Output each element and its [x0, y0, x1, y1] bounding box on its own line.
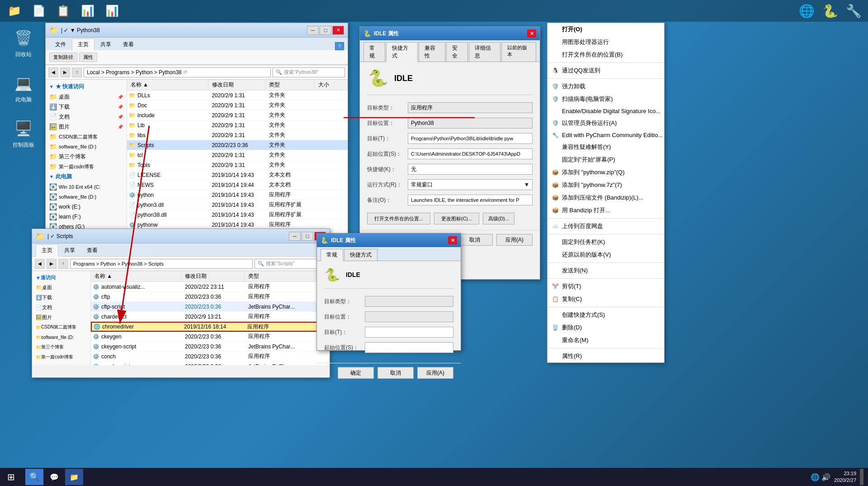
ctx-delete[interactable]: 🗑️ 删除(D) [547, 321, 664, 334]
ctx-compat[interactable]: 兼容性疑难解答(Y) [547, 141, 664, 153]
ctx-add-7z[interactable]: 📦 添加到 "pythonw.7z"(7) [547, 179, 664, 191]
file-row-python[interactable]: ⚙️python 2019/10/14 19:43 应用程序 [127, 190, 348, 200]
col-name[interactable]: 名称 ▲ [127, 80, 208, 90]
python38-titlebar[interactable]: 📁 | ✓ ▼ Python38 ─ □ ✕ [46, 23, 348, 38]
refresh-icon[interactable]: ⟳ [184, 70, 187, 75]
scripts-col-date[interactable]: 修改日期 [181, 271, 245, 281]
file-row-libs[interactable]: 📁libs 2020/2/9 1:31 文件夹 [127, 130, 348, 140]
desktop-icon-recycle[interactable]: 🗑️ 回收站 [5, 27, 42, 58]
ctx-admin-run[interactable]: 🛡️ 以管理员身份运行(A) [547, 117, 664, 129]
tab-home[interactable]: 主页 [72, 38, 94, 51]
ribbon-properties-btn[interactable]: 属性 [79, 52, 97, 62]
file-row-chromedriver[interactable]: 🌐chromedriver 2019/12/16 18:14 应用程序 [91, 322, 330, 332]
idle-hotkey-value[interactable]: 无 [408, 164, 533, 175]
file-row-python3dll[interactable]: 📄python3.dll 2019/10/14 19:43 应用程序扩展 [127, 200, 348, 210]
sidebar-software[interactable]: 📁 software_file (D:) [46, 142, 127, 152]
idle-apply-btn[interactable]: 应用(A) [496, 234, 533, 246]
idle-small-close[interactable]: ✕ [448, 236, 457, 244]
sidebar-download[interactable]: ⬇️ 下载 📌 [46, 102, 127, 112]
scripts-sidebar-sfw[interactable]: 📁 software_file (D: [32, 332, 90, 342]
scripts-titlebar[interactable]: 📁 | ✓ Scripts ─ □ ✕ [32, 229, 330, 243]
idle-advanced-btn[interactable]: 高级(D)... [483, 213, 514, 224]
scripts-path[interactable]: Programs > Python > Python38 > Scripts [70, 259, 253, 269]
file-row-python38dll[interactable]: 📄python38.dll 2019/10/14 19:43 应用程序扩展 [127, 210, 348, 220]
col-type[interactable]: 类型 [265, 80, 315, 90]
idle-small-tab-shortcut[interactable]: 快捷方式 [344, 249, 377, 261]
scripts-forward[interactable]: ▶ [47, 259, 57, 269]
taskbar-icon-folder[interactable]: 📁 [5, 1, 24, 21]
ctx-open[interactable]: 打开(O) [547, 23, 664, 36]
file-row-cftp-script[interactable]: ⚙️cftp-script 2020/2/23 0:36 JetBrains P… [91, 302, 330, 312]
scripts-sidebar-download[interactable]: ⬇️ 下载 [32, 292, 90, 302]
file-row-tools[interactable]: 📁Tools 2020/2/9 1:31 文件夹 [127, 160, 348, 170]
taskbar-icon-tool[interactable]: 🔧 [844, 1, 863, 21]
ctx-properties[interactable]: 属性(R) [547, 350, 664, 362]
taskbar-icon-excel2[interactable]: 📊 [102, 1, 122, 21]
ctx-copy[interactable]: 📋 复制(C) [547, 293, 664, 305]
file-row-doc[interactable]: 📁Doc 2020/2/9 1:31 文件夹 [127, 100, 348, 110]
file-row-cftp[interactable]: ⚙️cftp 2020/2/23 0:36 应用程序 [91, 292, 330, 302]
col-size[interactable]: 大小 [315, 80, 348, 90]
ctx-virus-scan[interactable]: 🛡️ 扫描病毒(电脑管家) [547, 93, 664, 105]
taskbar-icon-python[interactable]: 🐍 [820, 1, 840, 21]
idle-change-icon-btn[interactable]: 更改图标(C)... [434, 213, 479, 224]
desktop-icon-control[interactable]: 🖥️ 控制面板 [5, 118, 42, 149]
taskbar-icon-excel1[interactable]: 📊 [78, 1, 98, 21]
file-row-ckeygen[interactable]: ⚙️ckeygen 2020/2/23 0:36 应用程序 [91, 332, 330, 342]
scripts-search[interactable]: 🔍 搜索"Scripts" [255, 259, 327, 269]
idle-dialog-close[interactable]: ✕ [527, 29, 536, 38]
col-date[interactable]: 修改日期 [208, 80, 265, 90]
taskbar-icon-doc[interactable]: 📄 [29, 1, 49, 21]
idle-startloc-value[interactable]: C:\Users\Administrator.DESKTOP-6J54743\A… [408, 148, 533, 159]
ctx-open-bandizip[interactable]: 📦 用 Bandizip 打开... [547, 204, 664, 217]
idle-comment-value[interactable]: Launches IDLE, the interactive environme… [408, 195, 533, 205]
idle-cancel-btn[interactable]: 取消 [457, 234, 493, 246]
ctx-rename[interactable]: 重命名(M) [547, 334, 664, 347]
idle-runmode-arrow[interactable]: ▼ [524, 181, 529, 188]
search-box[interactable]: 🔍 搜索"Python38" [273, 67, 345, 77]
idle-small-tab-general[interactable]: 常规 [321, 249, 343, 261]
sidebar-csdn2[interactable]: 📁 CSDN第二篇博客 [46, 132, 127, 142]
ctx-create-shortcut[interactable]: 创建快捷方式(S) [547, 309, 664, 321]
maximize-button[interactable]: □ [320, 26, 331, 35]
scripts-back[interactable]: ◀ [35, 259, 45, 269]
tab-share[interactable]: 共享 [94, 38, 117, 50]
scripts-tab-home[interactable]: 主页 [36, 244, 58, 257]
scripts-col-name[interactable]: 名称 ▲ [91, 271, 181, 281]
scripts-minimize[interactable]: ─ [289, 232, 301, 241]
taskbar-search[interactable]: 🔍 [25, 469, 43, 485]
scripts-sidebar-blog3[interactable]: 📁 第三个博客 [32, 342, 90, 352]
python38-controls[interactable]: ─ □ ✕ [307, 26, 344, 35]
tab-file[interactable]: 文件 [49, 38, 72, 50]
tab-view[interactable]: 查看 [117, 38, 140, 50]
idle-runmode-value[interactable]: 常规窗口 ▼ [408, 179, 533, 190]
scripts-col-type[interactable]: 类型 [245, 271, 317, 281]
scripts-quickaccess[interactable]: ▼ 速访问 [32, 273, 90, 282]
file-row-chardetect[interactable]: ⚙️chardetect 2020/2/9 13:21 应用程序 [91, 312, 330, 322]
file-row-news[interactable]: 📄NEWS 2019/10/14 19:44 文本文档 [127, 180, 348, 190]
quickaccess-header[interactable]: ▼ ★ 快速访问 [46, 81, 127, 92]
sidebar-pics[interactable]: 🖼️ 图片 📌 [46, 122, 127, 132]
sidebar-e[interactable]: 💽 work (E:) [46, 202, 127, 212]
ctx-pin-taskbar[interactable]: 固定到任务栏(K) [547, 236, 664, 248]
idle-tab-shortcut[interactable]: 快捷方式 [386, 42, 418, 62]
ctx-digsig[interactable]: Enable/Disable Digital Signature Ico... [547, 105, 664, 117]
scripts-tab-view[interactable]: 查看 [81, 244, 104, 256]
idle-open-location-btn[interactable]: 打开文件所在的位置... [367, 213, 430, 224]
idle-small-startloc-value[interactable] [365, 342, 453, 353]
file-row-tcl[interactable]: 📁tcl 2020/2/9 1:31 文件夹 [127, 150, 348, 160]
start-button[interactable]: ⊞ [0, 468, 22, 486]
up-button[interactable]: ↑ [72, 67, 82, 77]
file-row-conch-script[interactable]: ⚙️conch-script 2020/2/23 0:36 JetBrains … [91, 362, 330, 365]
sidebar-desktop[interactable]: 📁 桌面 📌 [46, 92, 127, 102]
taskbar-icon-chrome[interactable]: 🌐 [797, 1, 816, 21]
idle-target-value[interactable]: Programs\Python\Python38\Lib\idlelib\idl… [408, 133, 533, 144]
idle-tab-general[interactable]: 常规 [363, 42, 385, 62]
minimize-button[interactable]: ─ [307, 26, 319, 35]
sidebar-blog1[interactable]: 📁 第一篇csdn博客 [46, 162, 127, 172]
ctx-pycharm-edit[interactable]: 🔧 Edit with PyCharm Community Editio... [547, 129, 664, 141]
sidebar-f[interactable]: 💽 learn (F:) [46, 212, 127, 222]
scripts-maximize[interactable]: □ [302, 232, 313, 241]
idle-small-apply[interactable]: 应用(A) [417, 367, 453, 379]
idle-tab-prev[interactable]: 以前的版本 [501, 42, 536, 62]
